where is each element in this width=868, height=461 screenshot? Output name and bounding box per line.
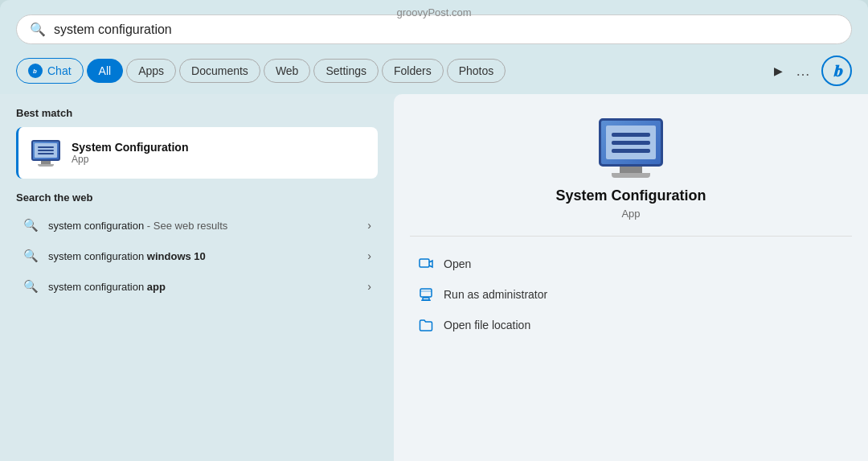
tab-all-label: All: [99, 64, 112, 77]
best-match-title: Best match: [16, 107, 378, 119]
tab-documents-label: Documents: [191, 64, 248, 77]
tab-chat[interactable]: b Chat: [16, 58, 84, 84]
tabs-more-arrow[interactable]: ▶: [769, 61, 788, 80]
svg-rect-6: [421, 300, 431, 302]
search-text[interactable]: system configuration: [54, 23, 838, 37]
tab-folders[interactable]: Folders: [382, 59, 444, 83]
main-content: Best match: [0, 94, 868, 461]
tab-web[interactable]: Web: [264, 59, 311, 83]
action-open-label: Open: [444, 257, 471, 270]
action-admin[interactable]: Run as administrator: [410, 280, 852, 309]
tab-documents[interactable]: Documents: [179, 59, 260, 83]
web-item-3-arrow: ›: [367, 280, 371, 293]
tab-chat-label: Chat: [47, 64, 72, 77]
svg-rect-2: [420, 259, 429, 267]
web-item-2-arrow: ›: [367, 249, 371, 262]
web-item-2[interactable]: 🔍 system configuration windows 10 ›: [16, 241, 378, 271]
action-open[interactable]: Open: [410, 249, 852, 278]
sys-config-icon: [31, 140, 60, 167]
svg-rect-4: [420, 290, 432, 292]
web-item-1-arrow: ›: [367, 219, 371, 232]
tab-apps[interactable]: Apps: [126, 59, 176, 83]
action-list: Open Run as administrator: [410, 249, 852, 340]
tab-photos-label: Photos: [459, 64, 494, 77]
web-search-icon-2: 🔍: [23, 249, 39, 263]
tabs-row: b Chat All Apps Documents Web Settings F…: [16, 56, 852, 94]
action-file-location[interactable]: Open file location: [410, 311, 852, 340]
tab-folders-label: Folders: [394, 64, 432, 77]
bing-logo: 𝐛: [833, 62, 841, 80]
web-item-3-text: system configuration app: [48, 281, 358, 293]
app-icon-box: [30, 137, 62, 169]
web-search-title: Search the web: [16, 191, 378, 204]
admin-icon: [418, 286, 434, 303]
left-panel: Best match: [0, 94, 394, 461]
web-item-1[interactable]: 🔍 system configuration - See web results…: [16, 210, 378, 241]
tab-all[interactable]: All: [87, 59, 124, 83]
web-item-3[interactable]: 🔍 system configuration app ›: [16, 271, 378, 302]
right-app-icon: [599, 118, 663, 175]
tabs-ellipsis[interactable]: …: [791, 60, 815, 83]
bing-button[interactable]: 𝐛: [821, 56, 852, 86]
folder-icon: [418, 317, 434, 333]
right-panel: System Configuration App Open: [394, 94, 868, 461]
app-info: System Configuration App: [72, 141, 188, 165]
tab-settings-label: Settings: [326, 64, 366, 77]
best-match-item[interactable]: System Configuration App: [16, 127, 378, 179]
right-app-type: App: [621, 208, 640, 220]
tab-settings[interactable]: Settings: [313, 59, 379, 83]
search-bar: 🔍 system configuration: [16, 14, 852, 44]
action-admin-label: Run as administrator: [444, 288, 547, 301]
search-icon: 🔍: [30, 22, 46, 37]
web-item-1-text: system configuration - See web results: [48, 220, 358, 232]
bing-chat-icon: b: [28, 64, 43, 78]
web-search-section: Search the web 🔍 system configuration - …: [16, 191, 378, 302]
web-search-icon-1: 🔍: [23, 218, 39, 233]
best-match-app-name: System Configuration: [72, 141, 188, 154]
open-icon: [418, 256, 434, 272]
svg-rect-3: [420, 289, 432, 297]
web-search-icon-3: 🔍: [23, 279, 39, 294]
tab-apps-label: Apps: [138, 64, 164, 77]
search-container: 🔍 system configuration b Chat All Apps D…: [0, 0, 868, 94]
tab-web-label: Web: [276, 64, 299, 77]
svg-text:b: b: [33, 68, 37, 75]
tab-photos[interactable]: Photos: [447, 59, 506, 83]
divider: [410, 236, 852, 237]
right-app-name: System Configuration: [555, 187, 706, 204]
web-item-2-text: system configuration windows 10: [48, 250, 358, 262]
action-file-location-label: Open file location: [444, 319, 530, 331]
best-match-app-type: App: [72, 154, 188, 165]
